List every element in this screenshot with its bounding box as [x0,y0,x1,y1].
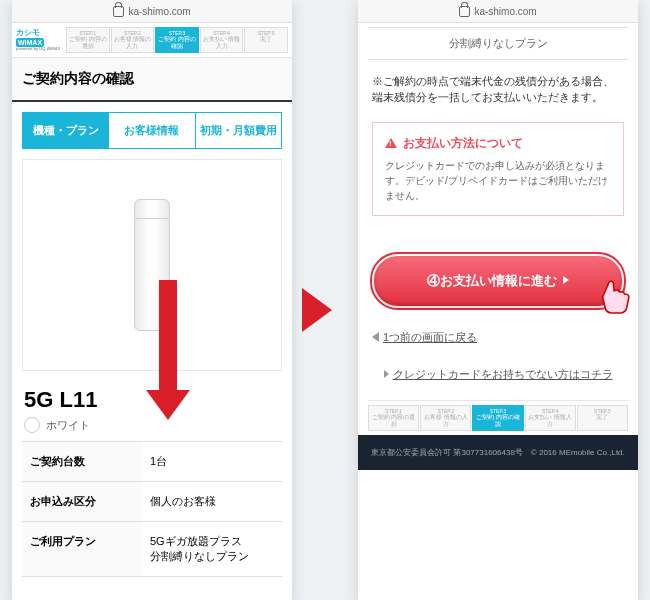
next-screen-arrow-annotation [302,288,332,332]
step-5: STEP.5完了 [577,405,628,431]
step-indicator: STEP.1ご契約 内容の選択 STEP.2お客様 情報の入力 STEP.3ご契… [66,27,288,53]
table-row: お申込み区分個人のお客様 [22,482,282,522]
tab-customer-info[interactable]: お客様情報 [109,113,195,148]
step-2: STEP.2お客様 情報の入力 [420,405,471,431]
payment-warning-box: お支払い方法について クレジットカードでのお申し込みが必須となります。デビッド/… [372,122,624,216]
table-row: ご利用プラン5Gギガ放題プラス 分割縛りなしプラン [22,522,282,577]
cancellation-note: ※ご解約の時点で端末代金の残債分がある場合、端末残債分を一括してお支払いいただき… [358,60,638,116]
url-text: ka-shimo.com [474,6,536,17]
no-credit-card-link[interactable]: クレジットカードをお持ちでない方はコチラ [358,355,638,400]
chevron-right-icon [384,370,389,378]
tab-fees[interactable]: 初期・月額費用 [196,113,281,148]
address-bar: ka-shimo.com [358,0,638,23]
contract-table: ご契約台数1台 お申込み区分個人のお客様 ご利用プラン5Gギガ放題プラス 分割縛… [22,441,282,577]
proceed-to-payment-button[interactable]: ④お支払い情報に進む [374,256,622,306]
address-bar: ka-shimo.com [12,0,292,23]
product-image-area [22,159,282,371]
lock-icon [459,6,470,17]
page-title: ご契約内容の確認 [12,58,292,102]
plan-name-top: 分割縛りなしプラン [368,27,628,60]
logo: カシモ WiMAX powered by UQ WiMAX [16,29,66,51]
warning-title: お支払い方法について [385,135,611,152]
chevron-right-icon [563,276,569,284]
proceed-button-highlight: ④お支払い情報に進む [370,252,626,310]
url-text: ka-shimo.com [128,6,190,17]
color-swatch [24,417,40,433]
tab-device-plan[interactable]: 機種・プラン [23,113,109,148]
warning-icon [385,138,397,148]
chevron-left-icon [372,332,379,342]
tabs: 機種・プラン お客様情報 初期・月額費用 [22,112,282,149]
header: カシモ WiMAX powered by UQ WiMAX STEP.1ご契約 … [12,23,292,58]
step-4: STEP.4お支払い 情報入力 [200,27,244,53]
footer: 東京都公安委員会許可 第307731606438号 © 2016 MEmobil… [358,435,638,470]
scroll-down-arrow-annotation [159,280,177,420]
table-row: ご契約台数1台 [22,442,282,482]
step-5: STEP.5完了 [244,27,288,53]
left-screenshot: ka-shimo.com カシモ WiMAX powered by UQ WiM… [12,0,292,600]
back-link[interactable]: 1つ前の画面に戻る [358,320,638,355]
step-2: STEP.2お客様 情報の入力 [111,27,155,53]
warning-body: クレジットカードでのお申し込みが必須となります。デビッド/プリペイドカードはご利… [385,158,611,203]
pointer-hand-icon [590,272,632,314]
step-3: STEP.3ご契約 内容の確認 [472,405,523,431]
step-3: STEP.3ご契約 内容の確認 [155,27,199,53]
step-4: STEP.4お支払い 情報入力 [525,405,576,431]
step-indicator-bottom: STEP.1ご契約 内容の選択 STEP.2お客様 情報の入力 STEP.3ご契… [368,400,628,435]
step-1: STEP.1ご契約 内容の選択 [66,27,110,53]
lock-icon [113,6,124,17]
step-1: STEP.1ご契約 内容の選択 [368,405,419,431]
